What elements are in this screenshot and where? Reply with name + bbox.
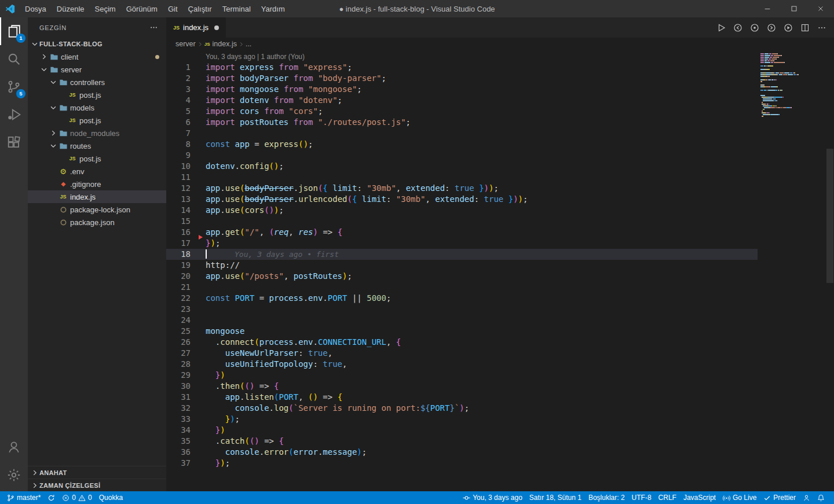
code-line[interactable]: 6import postRoutes from "./routes/post.j… [166, 117, 758, 128]
line-number[interactable]: 9 [166, 150, 206, 161]
activitybar-run-and-debug[interactable] [0, 101, 28, 128]
line-number[interactable]: 14 [166, 205, 206, 216]
code-text[interactable]: }); [206, 458, 758, 469]
status-quokka[interactable]: Quokka [96, 491, 126, 504]
code-text[interactable]: .connect(process.env.CONNECTION_URL, { [206, 337, 758, 348]
code-text[interactable]: }); [206, 238, 758, 249]
code-line[interactable]: 19http:// [166, 260, 758, 271]
menu-git[interactable]: Git [163, 0, 183, 17]
code-text[interactable]: dotenv.config(); [206, 161, 758, 172]
code-line[interactable]: 16app.get("/", (req, res) => { [166, 227, 758, 238]
code-line[interactable]: 29 }) [166, 370, 758, 381]
line-number[interactable]: 30 [166, 381, 206, 392]
section-anahat[interactable]: ANAHAT [28, 466, 166, 479]
code-line[interactable]: 18You, 3 days ago • first [166, 249, 758, 260]
code-text[interactable] [206, 150, 758, 161]
code-line[interactable]: 37 }); [166, 458, 758, 469]
activitybar-extensions[interactable] [0, 128, 28, 156]
status-indentation[interactable]: Boşluklar: 2 [585, 491, 628, 504]
breadcrumb-item-index-js[interactable]: JSindex.js [204, 40, 237, 48]
line-number[interactable]: 12 [166, 183, 206, 194]
code-line[interactable]: 22const PORT = process.env.PORT || 5000; [166, 293, 758, 304]
code-text[interactable]: app.use(cors()); [206, 205, 758, 216]
code-line[interactable]: 3import mongoose from "mongoose"; [166, 84, 758, 95]
tree-item-index-js[interactable]: JSindex.js [28, 190, 166, 203]
code-line[interactable]: 2import bodyParser from "body-parser"; [166, 73, 758, 84]
tree-item-client[interactable]: client [28, 50, 166, 63]
line-number[interactable]: 36 [166, 447, 206, 458]
code-text[interactable]: http:// [206, 260, 758, 271]
code-editor[interactable]: You, 3 days ago | 1 author (You) 1import… [166, 50, 758, 491]
line-number[interactable]: 21 [166, 282, 206, 293]
code-line[interactable]: 5import cors from "cors"; [166, 106, 758, 117]
code-line[interactable]: 20app.use("/posts", postRoutes); [166, 271, 758, 282]
more-actions-icon[interactable] [149, 23, 158, 32]
code-line[interactable]: 24 [166, 315, 758, 326]
code-text[interactable]: const app = express(); [206, 139, 758, 150]
line-number[interactable]: 2 [166, 73, 206, 84]
code-text[interactable]: console.error(error.message); [206, 447, 758, 458]
debug-run-button[interactable] [781, 20, 796, 35]
code-text[interactable]: import cors from "cors"; [206, 106, 758, 117]
line-number[interactable]: 27 [166, 348, 206, 359]
more-actions-button[interactable] [814, 20, 829, 35]
workspace-root[interactable]: FULL-STACK-BLOG [28, 38, 166, 50]
code-text[interactable] [206, 304, 758, 315]
code-line[interactable]: 4import dotenv from "dotenv"; [166, 95, 758, 106]
tree-item-controllers[interactable]: controllers [28, 76, 166, 89]
activitybar-accounts[interactable] [0, 433, 28, 461]
code-text[interactable] [206, 216, 758, 227]
minimize-button[interactable] [754, 0, 781, 17]
line-number[interactable]: 17 [166, 238, 206, 249]
code-line[interactable]: 33 }); [166, 414, 758, 425]
status-gitlens-blame[interactable]: You, 3 days ago [459, 491, 526, 504]
line-number[interactable]: 24 [166, 315, 206, 326]
record-button[interactable] [747, 20, 762, 35]
code-line[interactable]: 32 console.log(`Server is runing on port… [166, 403, 758, 414]
status-language-mode[interactable]: JavaScript [680, 491, 719, 504]
scrollbar-thumb[interactable] [826, 149, 833, 283]
status-go-live[interactable]: Go Live [719, 491, 760, 504]
tree-item-routes[interactable]: routes [28, 139, 166, 152]
run-button[interactable] [714, 20, 729, 35]
tree-item-package-lock-json[interactable]: package-lock.json [28, 203, 166, 216]
status-feedback[interactable] [799, 491, 814, 504]
tab-index-js[interactable]: JS index.js [166, 17, 226, 38]
tree-item-post-js[interactable]: JSpost.js [28, 114, 166, 127]
code-line[interactable]: 12app.use(bodyParser.json({ limit: "30mb… [166, 183, 758, 194]
code-line[interactable]: 9 [166, 150, 758, 161]
code-text[interactable]: useUnifiedTopology: true, [206, 359, 758, 370]
breadcrumb-item-[interactable]: ... [246, 40, 251, 48]
status-notifications[interactable] [814, 491, 828, 504]
code-text[interactable]: import express from "express"; [206, 62, 758, 73]
code-line[interactable]: 21 [166, 282, 758, 293]
code-text[interactable]: app.listen(PORT, () => { [206, 392, 758, 403]
line-number[interactable]: 15 [166, 216, 206, 227]
menu-dosya[interactable]: Dosya [20, 0, 52, 17]
status-problems[interactable]: 00 [58, 491, 95, 504]
tree-item-gitignore[interactable]: .gitignore [28, 178, 166, 190]
status-encoding[interactable]: UTF-8 [628, 491, 655, 504]
code-text[interactable]: useNewUrlParser: true, [206, 348, 758, 359]
line-number[interactable]: 11 [166, 172, 206, 183]
code-line[interactable]: 35 .catch(() => { [166, 436, 758, 447]
line-number[interactable]: 34 [166, 425, 206, 436]
status-git-branch[interactable]: master* [3, 491, 44, 504]
line-number[interactable]: 13 [166, 194, 206, 205]
activitybar-source-control[interactable]: 5 [0, 73, 28, 101]
tree-item-post-js[interactable]: JSpost.js [28, 152, 166, 165]
menu-se-im[interactable]: Seçim [90, 0, 121, 17]
code-text[interactable]: .then(() => { [206, 381, 758, 392]
line-number[interactable]: 33 [166, 414, 206, 425]
code-text[interactable]: const PORT = process.env.PORT || 5000; [206, 293, 758, 304]
section-zaman-zelges[interactable]: ZAMAN ÇİZELGESİ [28, 479, 166, 491]
line-number[interactable]: 18 [166, 249, 206, 260]
line-number[interactable]: 22 [166, 293, 206, 304]
menu-d-zenle[interactable]: Düzenle [52, 0, 90, 17]
line-number[interactable]: 10 [166, 161, 206, 172]
line-number[interactable]: 35 [166, 436, 206, 447]
tree-item-env[interactable]: ⚙.env [28, 165, 166, 178]
code-line[interactable]: 31 app.listen(PORT, () => { [166, 392, 758, 403]
tree-item-package-json[interactable]: package.json [28, 216, 166, 229]
line-number[interactable]: 19 [166, 260, 206, 271]
